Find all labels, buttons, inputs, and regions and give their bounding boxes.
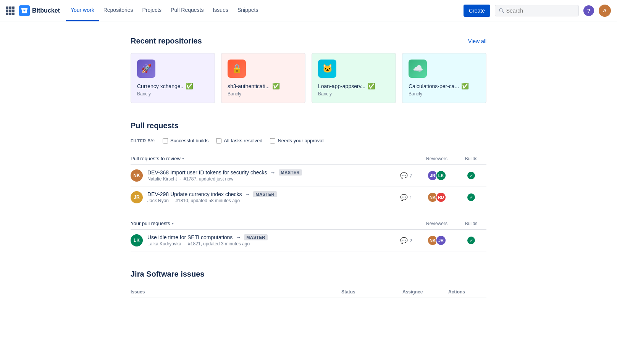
jira-issues-section: Jira Software issues Issues Status Assig… bbox=[131, 270, 486, 298]
pr-title-seti: Use idle time for SETI computations bbox=[147, 234, 233, 240]
pr-number-298: #1810 bbox=[175, 198, 188, 203]
help-button[interactable]: ? bbox=[583, 5, 594, 16]
pr-reviewers-368: JR LK bbox=[418, 170, 456, 181]
logo-text: Bitbucket bbox=[32, 7, 60, 14]
search-bar bbox=[495, 5, 579, 16]
pr-group-header-your-prs: Your pull requests ▾ Reviewers Builds bbox=[131, 217, 486, 230]
repo-workspace-3: Bancly bbox=[409, 91, 480, 97]
pr-author-avatar-368: NK bbox=[131, 169, 143, 182]
col-builds-label-0: Builds bbox=[456, 156, 486, 161]
pr-number-368: #1787 bbox=[184, 176, 196, 182]
pr-comments-298: 💬 1 bbox=[395, 194, 418, 201]
recent-repos-section: Recent repositories View all 🚀 Currency … bbox=[131, 37, 486, 103]
pr-updated-298: updated 58 minutes ago bbox=[191, 198, 240, 203]
reviewer-avatars-seti: NK JR bbox=[427, 235, 446, 246]
filter-needs-your-approval-checkbox[interactable] bbox=[270, 138, 275, 143]
filter-row: FILTER BY: Successful builds All tasks r… bbox=[131, 138, 486, 143]
logo-icon bbox=[19, 5, 30, 16]
pr-columns-your-prs: Reviewers Builds bbox=[418, 221, 486, 226]
pr-branch-badge-368: MASTER bbox=[279, 169, 302, 176]
jira-col-actions-label: Actions bbox=[448, 289, 486, 295]
grid-icon[interactable] bbox=[6, 6, 15, 15]
filter-by-label: FILTER BY: bbox=[131, 139, 155, 143]
pr-comment-count-seti: 2 bbox=[409, 238, 412, 243]
filter-all-tasks-resolved-checkbox[interactable] bbox=[216, 138, 221, 143]
pr-builds-368: ✓ bbox=[456, 172, 486, 179]
repo-verified-3: ✅ bbox=[461, 82, 469, 90]
logo[interactable]: Bitbucket bbox=[19, 5, 60, 16]
pr-info-368: DEV-368 Import user ID tokens for securi… bbox=[147, 169, 395, 182]
navbar: Bitbucket Your work Repositories Project… bbox=[0, 0, 617, 21]
pr-comment-count-368: 7 bbox=[409, 173, 412, 179]
nav-issues[interactable]: Issues bbox=[208, 0, 233, 21]
pr-branch-badge-seti: MASTER bbox=[244, 234, 267, 240]
recent-repos-title: Recent repositories bbox=[131, 37, 202, 45]
repo-name-row-3: Calculations-per-ca... ✅ bbox=[409, 82, 480, 90]
nav-snippets[interactable]: Snippets bbox=[233, 0, 263, 21]
pr-branch-badge-298: MASTER bbox=[253, 191, 276, 197]
filter-all-tasks-resolved[interactable]: All tasks resolved bbox=[216, 138, 262, 143]
col-reviewers-label-1: Reviewers bbox=[418, 221, 456, 226]
chevron-down-icon: ▾ bbox=[182, 156, 184, 161]
comment-icon-368: 💬 bbox=[400, 172, 408, 179]
jira-issues-title: Jira Software issues bbox=[131, 270, 486, 279]
reviewer-avatar-1-368: LK bbox=[436, 170, 446, 181]
nav-projects[interactable]: Projects bbox=[137, 0, 166, 21]
repo-cards-grid: 🚀 Currency xchange.. ✅ Bancly 🔒 sh3-auth… bbox=[131, 53, 486, 103]
nav-your-work[interactable]: Your work bbox=[66, 0, 99, 21]
repo-name-3: Calculations-per-ca... bbox=[409, 83, 459, 89]
pr-author-368: Natalie Kirscht bbox=[147, 176, 177, 182]
search-input[interactable] bbox=[506, 8, 575, 14]
pr-builds-seti: ✓ bbox=[456, 237, 486, 244]
pr-number-seti: #1821 bbox=[188, 241, 200, 246]
pr-group-title-to-review[interactable]: Pull requests to review ▾ bbox=[131, 156, 184, 161]
repo-workspace-2: Bancly bbox=[318, 91, 389, 97]
col-reviewers-label-0: Reviewers bbox=[418, 156, 456, 161]
pr-row-298[interactable]: JR DEV-298 Update currency index checks … bbox=[131, 187, 486, 208]
pr-title-row-298: DEV-298 Update currency index checks → M… bbox=[147, 191, 395, 197]
chevron-down-icon-2: ▾ bbox=[172, 221, 174, 225]
build-success-icon-seti: ✓ bbox=[467, 237, 475, 244]
pr-comments-368: 💬 7 bbox=[395, 172, 418, 179]
user-avatar[interactable]: A bbox=[599, 5, 611, 17]
build-success-icon-368: ✓ bbox=[467, 172, 475, 179]
pull-requests-section: Pull requests FILTER BY: Successful buil… bbox=[131, 121, 486, 251]
nav-repositories[interactable]: Repositories bbox=[99, 0, 138, 21]
pull-requests-title: Pull requests bbox=[131, 121, 486, 130]
pr-meta-seti: Laika Kudryavka - #1821, updated 3 minut… bbox=[147, 241, 395, 246]
reviewer-avatar-1-seti: JR bbox=[436, 235, 446, 246]
pr-info-298: DEV-298 Update currency index checks → M… bbox=[147, 191, 395, 203]
filter-successful-builds-checkbox[interactable] bbox=[163, 138, 168, 143]
pr-title-368: DEV-368 Import user ID tokens for securi… bbox=[147, 169, 267, 176]
navbar-right: Create ? A bbox=[464, 5, 611, 17]
pr-columns-to-review: Reviewers Builds bbox=[418, 156, 486, 161]
repo-card-3[interactable]: ☁️ Calculations-per-ca... ✅ Bancly bbox=[402, 53, 486, 103]
repo-card-0[interactable]: 🚀 Currency xchange.. ✅ Bancly bbox=[131, 53, 215, 103]
pr-group-title-your-prs[interactable]: Your pull requests ▾ bbox=[131, 221, 174, 226]
pr-meta-368: Natalie Kirscht - #1787, updated just no… bbox=[147, 176, 395, 182]
build-success-icon-298: ✓ bbox=[467, 193, 475, 201]
repo-workspace-1: Bancly bbox=[228, 91, 299, 97]
create-button[interactable]: Create bbox=[464, 5, 490, 17]
repo-workspace-0: Bancly bbox=[137, 91, 208, 97]
pr-group-to-review: Pull requests to review ▾ Reviewers Buil… bbox=[131, 153, 486, 208]
pr-updated-368: updated just now bbox=[199, 176, 234, 182]
filter-successful-builds[interactable]: Successful builds bbox=[163, 138, 208, 143]
repo-card-2[interactable]: 🐱 Loan-app-appserv... ✅ Bancly bbox=[312, 53, 396, 103]
pr-author-seti: Laika Kudryavka bbox=[147, 241, 181, 246]
comment-icon-298: 💬 bbox=[400, 194, 408, 201]
filter-needs-your-approval[interactable]: Needs your approval bbox=[270, 138, 323, 143]
nav-pull-requests[interactable]: Pull Requests bbox=[166, 0, 208, 21]
recent-repos-header: Recent repositories View all bbox=[131, 37, 486, 45]
repo-card-1[interactable]: 🔒 sh3-authenticati... ✅ Bancly bbox=[221, 53, 305, 103]
repo-icon-0: 🚀 bbox=[137, 60, 155, 78]
pr-author-avatar-seti: LK bbox=[131, 234, 143, 246]
pr-row-368[interactable]: NK DEV-368 Import user ID tokens for sec… bbox=[131, 165, 486, 187]
repo-verified-2: ✅ bbox=[368, 82, 375, 90]
pr-row-seti[interactable]: LK Use idle time for SETI computations →… bbox=[131, 230, 486, 251]
pr-author-avatar-298: JR bbox=[131, 191, 143, 203]
view-all-repos-link[interactable]: View all bbox=[468, 38, 486, 44]
pr-group-title-text-to-review: Pull requests to review bbox=[131, 156, 181, 161]
pr-reviewers-seti: NK JR bbox=[418, 235, 456, 246]
filter-successful-builds-label: Successful builds bbox=[170, 138, 208, 143]
